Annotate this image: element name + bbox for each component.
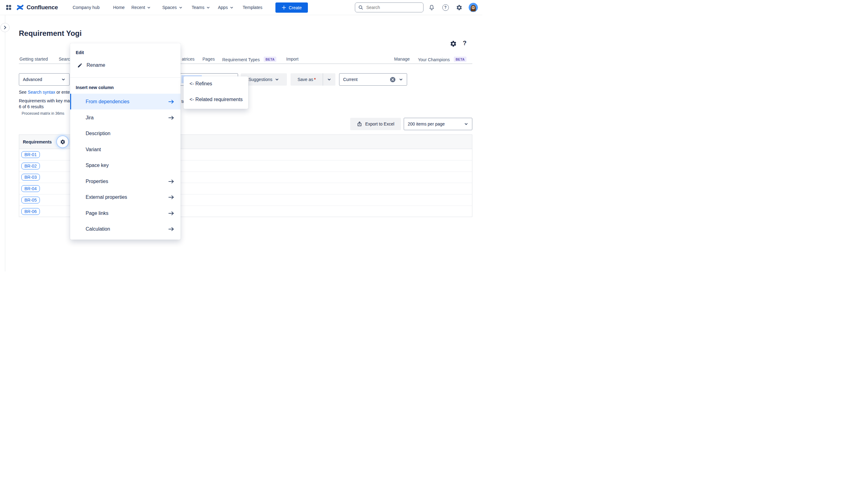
export-icon bbox=[357, 121, 362, 127]
tab-manage[interactable]: Manage bbox=[394, 57, 410, 62]
nav-company-hub[interactable]: Company hub bbox=[73, 0, 99, 15]
chevron-down-icon bbox=[399, 77, 403, 82]
confluence-requirement-yogi-page: { "navbar": { "brand": "Confluence", "it… bbox=[0, 0, 482, 277]
requirement-key-link[interactable]: BR-06 bbox=[21, 208, 40, 215]
tab-your-champions[interactable]: Your Champions BETA bbox=[418, 57, 466, 62]
nav-spaces[interactable]: Spaces bbox=[162, 0, 183, 15]
menu-item-properties[interactable]: Properties bbox=[70, 173, 181, 189]
results-count: 6 of 6 results bbox=[19, 104, 44, 109]
beta-badge: BETA bbox=[454, 57, 466, 62]
required-asterisk: * bbox=[314, 77, 316, 82]
user-avatar[interactable] bbox=[469, 3, 478, 12]
nav-apps[interactable]: Apps bbox=[218, 0, 234, 15]
plus-icon bbox=[282, 5, 286, 10]
confluence-logo[interactable]: Confluence bbox=[16, 0, 58, 15]
requirement-key-link[interactable]: BR-01 bbox=[21, 151, 40, 158]
requirement-key-link[interactable]: BR-05 bbox=[21, 197, 40, 204]
chevron-down-icon bbox=[147, 5, 151, 10]
menu-item-from-dependencies[interactable]: From dependencies bbox=[70, 94, 181, 109]
beta-badge: BETA bbox=[264, 57, 276, 62]
clear-filter-icon[interactable] bbox=[390, 77, 396, 83]
brand-name: Confluence bbox=[27, 4, 58, 11]
menu-item-calculation[interactable]: Calculation bbox=[70, 221, 181, 237]
save-as-split-button: Save as * bbox=[291, 73, 335, 86]
arrow-right-icon bbox=[168, 115, 174, 120]
arrow-right-icon bbox=[168, 179, 174, 184]
tab-requirement-types[interactable]: Requirement Types BETA bbox=[222, 57, 276, 62]
arrow-right-icon bbox=[168, 99, 174, 104]
search-syntax-line: See Search syntax or ente bbox=[19, 90, 70, 95]
arrow-right-icon bbox=[168, 211, 174, 216]
requirement-key-link[interactable]: BR-03 bbox=[21, 174, 40, 181]
confluence-logo-icon bbox=[16, 3, 24, 11]
chevron-down-icon bbox=[179, 5, 183, 10]
create-button[interactable]: Create bbox=[276, 2, 308, 13]
processed-time: Processed matrix in 36ms bbox=[22, 111, 64, 115]
column-settings-menu: Edit Rename Insert new column From depen… bbox=[70, 43, 181, 240]
menu-item-description[interactable]: Description bbox=[70, 125, 181, 141]
menu-item-variant[interactable]: Variant bbox=[70, 142, 181, 157]
chevron-down-icon bbox=[230, 5, 234, 10]
save-as-button[interactable]: Save as * bbox=[291, 73, 323, 86]
save-as-options-button[interactable] bbox=[323, 73, 335, 86]
saved-filter-select[interactable]: Current bbox=[339, 73, 407, 86]
submenu-item-refines[interactable]: <- Refines bbox=[184, 77, 248, 90]
menu-section-edit: Edit bbox=[76, 50, 84, 55]
tab-getting-started[interactable]: Getting started bbox=[20, 57, 48, 62]
submenu-item-related-requirements[interactable]: <- Related requirements bbox=[184, 93, 248, 106]
tab-matrices-fragment[interactable]: atrices bbox=[182, 57, 194, 62]
menu-item-external-properties[interactable]: External properties bbox=[70, 189, 181, 205]
arrow-right-icon bbox=[168, 227, 174, 231]
matching-text: Requirements with key ma bbox=[19, 98, 70, 103]
expand-sidebar-button[interactable] bbox=[0, 23, 10, 32]
menu-item-page-links[interactable]: Page links bbox=[70, 205, 181, 221]
pencil-icon bbox=[77, 63, 83, 68]
page-size-select[interactable]: 200 items per page bbox=[404, 118, 472, 130]
menu-item-space-key[interactable]: Space key bbox=[70, 157, 181, 173]
requirement-key-link[interactable]: BR-04 bbox=[21, 185, 40, 192]
menu-item-jira[interactable]: Jira bbox=[70, 110, 181, 125]
top-navbar: Confluence Company hub Home Recent Space… bbox=[0, 0, 482, 15]
page-title: Requirement Yogi bbox=[19, 29, 82, 38]
requirement-key-link[interactable]: BR-02 bbox=[21, 163, 40, 169]
nav-home[interactable]: Home bbox=[113, 0, 125, 15]
column-header-requirements: Requirements bbox=[23, 139, 52, 144]
chevron-down-icon bbox=[275, 77, 279, 82]
help-icon[interactable]: ? bbox=[442, 4, 449, 11]
global-search[interactable] bbox=[355, 2, 424, 12]
settings-gear-icon[interactable] bbox=[455, 4, 463, 11]
column-settings-gear-button[interactable] bbox=[57, 136, 68, 147]
menu-section-insert-new-column: Insert new column bbox=[76, 85, 114, 90]
nav-recent[interactable]: Recent bbox=[131, 0, 151, 15]
ry-settings-gear-icon[interactable] bbox=[450, 40, 457, 47]
menu-item-rename[interactable]: Rename bbox=[70, 59, 181, 71]
chevron-down-icon bbox=[61, 77, 65, 82]
dependencies-submenu: <- Refines <- Related requirements bbox=[184, 76, 248, 109]
app-switcher-icon[interactable] bbox=[5, 4, 12, 11]
search-icon bbox=[358, 5, 363, 10]
chevron-down-icon bbox=[327, 77, 331, 82]
nav-templates[interactable]: Templates bbox=[243, 0, 262, 15]
chevron-down-icon bbox=[206, 5, 210, 10]
search-syntax-link[interactable]: Search syntax bbox=[28, 90, 55, 95]
notifications-bell-icon[interactable] bbox=[428, 4, 435, 11]
search-input[interactable] bbox=[366, 5, 413, 10]
sidebar-divider bbox=[5, 15, 5, 271]
advanced-mode-select[interactable]: Advanced bbox=[19, 73, 70, 86]
ry-help-button[interactable]: ? bbox=[463, 39, 466, 47]
chevron-down-icon bbox=[464, 122, 468, 126]
arrow-right-icon bbox=[168, 195, 174, 199]
tab-pages[interactable]: Pages bbox=[203, 57, 215, 62]
export-to-excel-button[interactable]: Export to Excel bbox=[350, 118, 401, 130]
nav-teams[interactable]: Teams bbox=[192, 0, 210, 15]
tab-import[interactable]: Import bbox=[286, 57, 298, 62]
